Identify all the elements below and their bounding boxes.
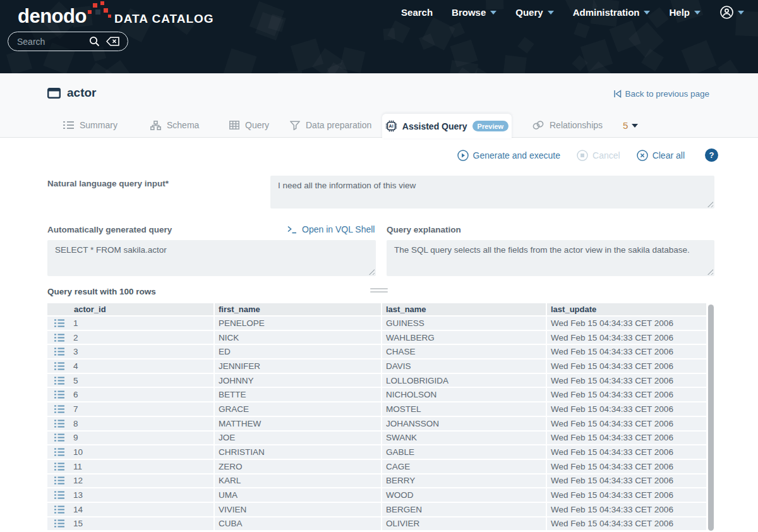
tab-data-preparation[interactable]: Data preparation	[290, 120, 371, 130]
chevron-down-icon	[632, 124, 638, 128]
result-table-body: 1 PENELOPE GUINESS Wed Feb 15 04:34:33 C…	[47, 317, 714, 530]
cell-last-update: Wed Feb 15 04:34:33 CET 2006	[547, 360, 706, 373]
clear-search-icon[interactable]	[106, 37, 120, 46]
tab-query[interactable]: Query	[229, 120, 269, 130]
help-button[interactable]: ?	[705, 148, 718, 162]
cell-last-name: WAHLBERG	[382, 331, 546, 344]
cell-last-update: Wed Feb 15 04:34:33 CET 2006	[547, 503, 706, 516]
table-row[interactable]: 8 MATTHEW JOHANSSON Wed Feb 15 04:34:33 …	[47, 417, 714, 430]
cell-last-update: Wed Feb 15 04:34:33 CET 2006	[547, 475, 706, 488]
clear-all-button[interactable]: Clear all	[637, 150, 685, 161]
table-scrollbar[interactable]	[708, 305, 714, 531]
global-search[interactable]	[8, 32, 128, 51]
column-header-last-name[interactable]: last_name	[382, 303, 546, 315]
row-details-icon[interactable]	[54, 420, 64, 428]
cell-first-name: PENELOPE	[215, 317, 381, 330]
cell-actor-id: 7	[73, 404, 78, 414]
row-details-icon[interactable]	[54, 505, 64, 514]
table-row[interactable]: 12 KARL BERRY Wed Feb 15 04:34:33 CET 20…	[47, 475, 714, 488]
table-row[interactable]: 14 VIVIEN BERGEN Wed Feb 15 04:34:33 CET…	[47, 503, 714, 516]
cell-actor-id: 8	[73, 419, 78, 428]
cell-last-name: OLIVIER	[382, 517, 546, 531]
table-row[interactable]: 6 BETTE NICHOLSON Wed Feb 15 04:34:33 CE…	[47, 388, 714, 401]
table-row[interactable]: 10 CHRISTIAN GABLE Wed Feb 15 04:34:33 C…	[47, 445, 714, 459]
table-row[interactable]: 9 JOE SWANK Wed Feb 15 04:34:33 CET 2006	[47, 432, 714, 445]
denodo-logo: denodo	[18, 5, 87, 28]
row-details-icon[interactable]	[54, 405, 64, 413]
nl-query-input[interactable]: I need all the information of this view	[270, 176, 714, 209]
tab-schema[interactable]: Schema	[150, 120, 199, 130]
clear-all-label: Clear all	[653, 150, 685, 160]
user-menu[interactable]	[719, 5, 744, 20]
row-details-icon[interactable]	[54, 390, 64, 399]
table-row[interactable]: 7 GRACE MOSTEL Wed Feb 15 04:34:33 CET 2…	[47, 402, 714, 416]
column-header-last-update[interactable]: last_update	[547, 303, 706, 315]
table-row[interactable]: 4 JENNIFER DAVIS Wed Feb 15 04:34:33 CET…	[47, 360, 714, 373]
table-row[interactable]: 11 ZERO CAGE Wed Feb 15 04:34:33 CET 200…	[47, 460, 714, 473]
cell-last-name: LOLLOBRIGIDA	[382, 374, 546, 387]
cell-last-name: BERGEN	[382, 503, 546, 516]
cell-actor-id: 11	[73, 462, 82, 471]
tab-relationships-label: Relationships	[550, 120, 603, 130]
cell-last-name: WOOD	[382, 488, 546, 502]
row-details-icon[interactable]	[54, 319, 64, 327]
nav-administration[interactable]: Administration	[573, 7, 651, 18]
cell-last-update: Wed Feb 15 04:34:33 CET 2006	[547, 417, 706, 430]
table-row[interactable]: 3 ED CHASE Wed Feb 15 04:34:33 CET 2006	[47, 345, 714, 358]
cell-actor-id: 14	[73, 505, 83, 514]
table-row[interactable]: 13 UMA WOOD Wed Feb 15 04:34:33 CET 2006	[47, 488, 714, 502]
cell-last-name: GUINESS	[382, 317, 546, 330]
generated-sql-input[interactable]: SELECT * FROM sakila.actor	[47, 240, 376, 276]
cell-first-name: MATTHEW	[215, 417, 381, 430]
column-header-first-name[interactable]: first_name	[215, 303, 381, 315]
nav-browse[interactable]: Browse	[452, 7, 496, 18]
cell-last-name: MOSTEL	[382, 402, 546, 416]
table-row[interactable]: 2 NICK WAHLBERG Wed Feb 15 04:34:33 CET …	[47, 331, 714, 344]
search-input[interactable]	[17, 37, 89, 47]
row-details-icon[interactable]	[54, 433, 64, 442]
row-details-icon[interactable]	[54, 448, 64, 456]
row-details-icon[interactable]	[54, 491, 64, 499]
back-to-previous-page-link[interactable]: Back to previous page	[613, 89, 709, 99]
nav-administration-label: Administration	[573, 7, 640, 18]
row-details-icon[interactable]	[54, 362, 64, 370]
column-header-actor-id[interactable]: actor_id	[47, 303, 214, 315]
help-question-mark: ?	[709, 150, 714, 160]
tabs-overflow-dropdown[interactable]: 5	[623, 120, 638, 131]
cell-first-name: JOHNNY	[215, 374, 381, 387]
table-row[interactable]: 5 JOHNNY LOLLOBRIGIDA Wed Feb 15 04:34:3…	[47, 374, 714, 387]
brand[interactable]: denodo DATA CATALOG	[18, 1, 214, 28]
query-explanation-input[interactable]: The SQL query selects all the fields fro…	[387, 240, 714, 276]
cell-first-name: VIVIEN	[215, 503, 381, 516]
cell-last-name: SWANK	[382, 432, 546, 445]
nav-help[interactable]: Help	[669, 7, 701, 18]
nav-query[interactable]: Query	[515, 7, 553, 18]
cell-first-name: GRACE	[215, 402, 381, 416]
row-details-icon[interactable]	[54, 519, 64, 528]
tab-summary[interactable]: Summary	[63, 120, 117, 130]
row-details-icon[interactable]	[54, 462, 64, 471]
row-details-icon[interactable]	[54, 476, 64, 485]
cell-actor-id: 15	[73, 519, 83, 528]
page-title-text: actor	[67, 86, 96, 100]
cell-first-name: BETTE	[215, 388, 381, 401]
cell-actor-id: 6	[73, 390, 78, 399]
table-row[interactable]: 15 CUBA OLIVIER Wed Feb 15 04:34:33 CET …	[47, 517, 714, 531]
nav-search[interactable]: Search	[401, 7, 433, 18]
tab-summary-label: Summary	[80, 120, 117, 130]
cancel-button[interactable]: Cancel	[577, 150, 620, 161]
tab-assisted-query[interactable]: AI Assisted Query Preview	[382, 114, 512, 138]
row-details-icon[interactable]	[54, 334, 64, 342]
open-in-vql-shell-link[interactable]: Open in VQL Shell	[287, 224, 375, 234]
cell-last-update: Wed Feb 15 04:34:33 CET 2006	[547, 317, 706, 330]
resize-handle[interactable]	[370, 288, 388, 294]
row-details-icon[interactable]	[54, 377, 64, 385]
nav-browse-label: Browse	[452, 7, 486, 18]
row-details-icon[interactable]	[54, 348, 64, 356]
assisted-query-actions: Generate and execute Cancel Clear all ?	[457, 148, 719, 162]
search-icon[interactable]	[89, 36, 100, 47]
tab-relationships[interactable]: Relationships	[532, 120, 603, 130]
generate-and-execute-button[interactable]: Generate and execute	[457, 150, 561, 161]
schema-icon	[150, 121, 161, 130]
table-row[interactable]: 1 PENELOPE GUINESS Wed Feb 15 04:34:33 C…	[47, 317, 714, 330]
